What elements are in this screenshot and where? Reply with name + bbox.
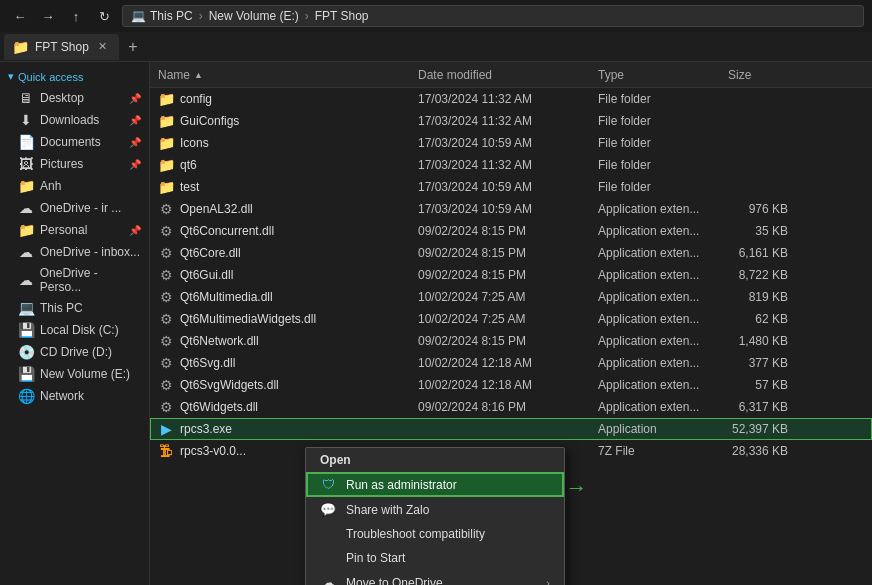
file-type: Application exten... bbox=[590, 400, 720, 414]
tab-close-button[interactable]: ✕ bbox=[95, 39, 111, 55]
file-type: 7Z File bbox=[590, 444, 720, 458]
new-tab-button[interactable]: + bbox=[121, 35, 145, 59]
sidebar-item-network[interactable]: 🌐 Network bbox=[0, 385, 149, 407]
sidebar-item-personal[interactable]: 📁 Personal 📌 bbox=[0, 219, 149, 241]
table-row[interactable]: ⚙Qt6Widgets.dll 09/02/2024 8:16 PM Appli… bbox=[150, 396, 872, 418]
file-type: File folder bbox=[590, 114, 720, 128]
table-row[interactable]: ⚙Qt6Svg.dll 10/02/2024 12:18 AM Applicat… bbox=[150, 352, 872, 374]
col-header-name[interactable]: Name ▲ bbox=[150, 68, 410, 82]
address-part-1: This PC bbox=[150, 9, 193, 23]
table-row[interactable]: 📁Icons 17/03/2024 10:59 AM File folder bbox=[150, 132, 872, 154]
file-name: Icons bbox=[180, 136, 209, 150]
sidebar-item-thispc[interactable]: 💻 This PC bbox=[0, 297, 149, 319]
col-date-label: Date modified bbox=[418, 68, 492, 82]
tab-icon: 📁 bbox=[12, 39, 29, 55]
thispc-icon: 💻 bbox=[18, 300, 34, 316]
sidebar-item-onedrive1[interactable]: ☁ OneDrive - ir ... bbox=[0, 197, 149, 219]
table-row[interactable]: 📁config 17/03/2024 11:32 AM File folder bbox=[150, 88, 872, 110]
table-row[interactable]: ⚙Qt6Gui.dll 09/02/2024 8:15 PM Applicati… bbox=[150, 264, 872, 286]
sidebar-item-onedrive3[interactable]: ☁ OneDrive - Perso... bbox=[0, 263, 149, 297]
file-type: Application exten... bbox=[590, 202, 720, 216]
file-name: Qt6Gui.dll bbox=[180, 268, 233, 282]
back-button[interactable]: ← bbox=[8, 4, 32, 28]
anh-icon: 📁 bbox=[18, 178, 34, 194]
refresh-button[interactable]: ↻ bbox=[92, 4, 116, 28]
ctx-run-admin-item[interactable]: 🛡 Run as administrator bbox=[306, 472, 564, 497]
ctx-run-admin-label: Run as administrator bbox=[346, 478, 457, 492]
file-date: 10/02/2024 7:25 AM bbox=[410, 312, 590, 326]
ctx-troubleshoot-item[interactable]: Troubleshoot compatibility bbox=[306, 522, 564, 546]
col-header-type[interactable]: Type bbox=[590, 68, 720, 82]
sidebar-documents-label: Documents bbox=[40, 135, 101, 149]
context-menu: Open 🛡 Run as administrator 💬 Share with… bbox=[305, 447, 565, 585]
dll-icon: ⚙ bbox=[158, 311, 174, 327]
ctx-open-item[interactable]: Open bbox=[306, 448, 564, 472]
file-date: 17/03/2024 10:59 AM bbox=[410, 202, 590, 216]
sidebar-item-pictures[interactable]: 🖼 Pictures 📌 bbox=[0, 153, 149, 175]
sidebar-quickaccess[interactable]: ▾ Quick access bbox=[0, 66, 149, 87]
sidebar-thispc-label: This PC bbox=[40, 301, 83, 315]
submenu-arrow: › bbox=[546, 577, 550, 586]
dll-icon: ⚙ bbox=[158, 245, 174, 261]
col-header-size[interactable]: Size bbox=[720, 68, 800, 82]
table-row[interactable]: 📁GuiConfigs 17/03/2024 11:32 AM File fol… bbox=[150, 110, 872, 132]
dll-icon: ⚙ bbox=[158, 289, 174, 305]
tab-fpt-shop[interactable]: 📁 FPT Shop ✕ bbox=[4, 34, 119, 60]
ctx-share-zalo-item[interactable]: 💬 Share with Zalo bbox=[306, 497, 564, 522]
file-type: Application exten... bbox=[590, 356, 720, 370]
dll-icon: ⚙ bbox=[158, 201, 174, 217]
downloads-icon: ⬇ bbox=[18, 112, 34, 128]
dll-icon: ⚙ bbox=[158, 377, 174, 393]
table-row[interactable]: ⚙Qt6SvgWidgets.dll 10/02/2024 12:18 AM A… bbox=[150, 374, 872, 396]
file-date: 09/02/2024 8:15 PM bbox=[410, 224, 590, 238]
sidebar-item-cdrive[interactable]: 💾 Local Disk (C:) bbox=[0, 319, 149, 341]
file-name: test bbox=[180, 180, 199, 194]
up-button[interactable]: ↑ bbox=[64, 4, 88, 28]
table-row[interactable]: ⚙Qt6Core.dll 09/02/2024 8:15 PM Applicat… bbox=[150, 242, 872, 264]
file-date: 09/02/2024 8:15 PM bbox=[410, 246, 590, 260]
file-name: rpcs3.exe bbox=[180, 422, 232, 436]
sidebar-item-downloads[interactable]: ⬇ Downloads 📌 bbox=[0, 109, 149, 131]
ctx-onedrive-item[interactable]: ☁ Move to OneDrive › bbox=[306, 570, 564, 585]
sidebar: ▾ Quick access 🖥 Desktop 📌 ⬇ Downloads 📌… bbox=[0, 62, 150, 585]
file-date: 10/02/2024 7:25 AM bbox=[410, 290, 590, 304]
col-size-label: Size bbox=[728, 68, 751, 82]
sort-arrow: ▲ bbox=[194, 70, 203, 80]
table-row[interactable]: ⚙Qt6Concurrent.dll 09/02/2024 8:15 PM Ap… bbox=[150, 220, 872, 242]
sidebar-item-edrive[interactable]: 💾 New Volume (E:) bbox=[0, 363, 149, 385]
col-header-date[interactable]: Date modified bbox=[410, 68, 590, 82]
sidebar-item-anh[interactable]: 📁 Anh bbox=[0, 175, 149, 197]
table-row[interactable]: ⚙Qt6MultimediaWidgets.dll 10/02/2024 7:2… bbox=[150, 308, 872, 330]
table-row[interactable]: 📁qt6 17/03/2024 11:32 AM File folder bbox=[150, 154, 872, 176]
pin-icon-dl: 📌 bbox=[129, 115, 141, 126]
table-row[interactable]: ⚙Qt6Multimedia.dll 10/02/2024 7:25 AM Ap… bbox=[150, 286, 872, 308]
sidebar-item-onedrive2[interactable]: ☁ OneDrive - inbox... bbox=[0, 241, 149, 263]
sidebar-onedrive3-label: OneDrive - Perso... bbox=[40, 266, 141, 294]
sidebar-item-ddrive[interactable]: 💿 CD Drive (D:) bbox=[0, 341, 149, 363]
file-size: 6,317 KB bbox=[720, 400, 800, 414]
dll-icon: ⚙ bbox=[158, 223, 174, 239]
dll-icon: ⚙ bbox=[158, 267, 174, 283]
file-name: Qt6Widgets.dll bbox=[180, 400, 258, 414]
file-pane: Name ▲ Date modified Type Size 📁config 1… bbox=[150, 62, 872, 585]
sidebar-item-desktop[interactable]: 🖥 Desktop 📌 bbox=[0, 87, 149, 109]
desktop-icon: 🖥 bbox=[18, 90, 34, 106]
file-header: Name ▲ Date modified Type Size bbox=[150, 62, 872, 88]
table-row[interactable]: ⚙Qt6Network.dll 09/02/2024 8:15 PM Appli… bbox=[150, 330, 872, 352]
sidebar-onedrive1-label: OneDrive - ir ... bbox=[40, 201, 121, 215]
rpcs3-exe-row[interactable]: ▶rpcs3.exe Application 52,397 KB bbox=[150, 418, 872, 440]
exe-icon: ▶ bbox=[158, 421, 174, 437]
address-icon: 💻 bbox=[131, 9, 146, 23]
network-icon: 🌐 bbox=[18, 388, 34, 404]
address-bar[interactable]: 💻 This PC › New Volume (E:) › FPT Shop bbox=[122, 5, 864, 27]
file-size: 28,336 KB bbox=[720, 444, 800, 458]
onedrive2-icon: ☁ bbox=[18, 244, 34, 260]
ctx-pin-start-item[interactable]: Pin to Start bbox=[306, 546, 564, 570]
file-size: 52,397 KB bbox=[720, 422, 800, 436]
table-row[interactable]: ⚙OpenAL32.dll 17/03/2024 10:59 AM Applic… bbox=[150, 198, 872, 220]
table-row[interactable]: 📁test 17/03/2024 10:59 AM File folder bbox=[150, 176, 872, 198]
sidebar-downloads-label: Downloads bbox=[40, 113, 99, 127]
sidebar-item-documents[interactable]: 📄 Documents 📌 bbox=[0, 131, 149, 153]
file-type: File folder bbox=[590, 136, 720, 150]
forward-button[interactable]: → bbox=[36, 4, 60, 28]
